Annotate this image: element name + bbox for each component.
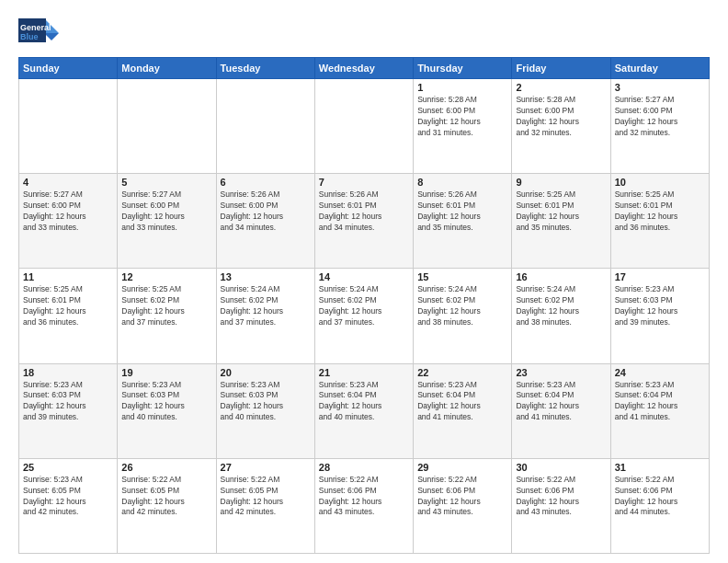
day-info: Sunrise: 5:23 AM Sunset: 6:03 PM Dayligh…	[121, 380, 211, 424]
day-info: Sunrise: 5:25 AM Sunset: 6:01 PM Dayligh…	[23, 284, 113, 328]
day-info: Sunrise: 5:23 AM Sunset: 6:05 PM Dayligh…	[23, 475, 113, 519]
calendar-cell: 21Sunrise: 5:23 AM Sunset: 6:04 PM Dayli…	[314, 363, 413, 458]
calendar-cell: 2Sunrise: 5:28 AM Sunset: 6:00 PM Daylig…	[512, 79, 610, 174]
day-info: Sunrise: 5:24 AM Sunset: 6:02 PM Dayligh…	[221, 284, 311, 328]
calendar-header-saturday: Saturday	[610, 58, 709, 79]
calendar-cell: 15Sunrise: 5:24 AM Sunset: 6:02 PM Dayli…	[414, 269, 512, 363]
calendar-cell: 19Sunrise: 5:23 AM Sunset: 6:03 PM Dayli…	[118, 363, 216, 458]
calendar-cell: 28Sunrise: 5:22 AM Sunset: 6:06 PM Dayli…	[314, 458, 413, 553]
day-info: Sunrise: 5:23 AM Sunset: 6:04 PM Dayligh…	[615, 380, 705, 424]
calendar-week-3: 18Sunrise: 5:23 AM Sunset: 6:03 PM Dayli…	[19, 363, 710, 458]
calendar-cell: 31Sunrise: 5:22 AM Sunset: 6:06 PM Dayli…	[610, 458, 709, 553]
day-number: 18	[23, 367, 113, 378]
calendar-cell: 18Sunrise: 5:23 AM Sunset: 6:03 PM Dayli…	[19, 363, 118, 458]
day-number: 11	[23, 271, 113, 282]
calendar-week-2: 11Sunrise: 5:25 AM Sunset: 6:01 PM Dayli…	[19, 269, 710, 363]
header: GeneralBlue	[18, 15, 710, 52]
day-number: 28	[319, 462, 409, 473]
day-number: 27	[221, 462, 311, 473]
day-number: 5	[121, 177, 211, 188]
calendar-cell: 8Sunrise: 5:26 AM Sunset: 6:01 PM Daylig…	[414, 174, 512, 269]
calendar-cell: 10Sunrise: 5:25 AM Sunset: 6:01 PM Dayli…	[610, 174, 709, 269]
calendar-cell: 22Sunrise: 5:23 AM Sunset: 6:04 PM Dayli…	[414, 363, 512, 458]
calendar-cell: 12Sunrise: 5:25 AM Sunset: 6:02 PM Dayli…	[118, 269, 216, 363]
calendar-header-monday: Monday	[118, 58, 216, 79]
day-number: 30	[516, 462, 606, 473]
calendar-cell: 11Sunrise: 5:25 AM Sunset: 6:01 PM Dayli…	[19, 269, 118, 363]
calendar-cell: 25Sunrise: 5:23 AM Sunset: 6:05 PM Dayli…	[19, 458, 118, 553]
calendar-header-thursday: Thursday	[414, 58, 512, 79]
day-info: Sunrise: 5:24 AM Sunset: 6:02 PM Dayligh…	[516, 284, 606, 328]
calendar-week-4: 25Sunrise: 5:23 AM Sunset: 6:05 PM Dayli…	[19, 458, 710, 553]
day-number: 31	[615, 462, 705, 473]
day-number: 20	[221, 367, 311, 378]
svg-marker-1	[44, 33, 59, 40]
calendar-cell: 17Sunrise: 5:23 AM Sunset: 6:03 PM Dayli…	[610, 269, 709, 363]
day-info: Sunrise: 5:23 AM Sunset: 6:03 PM Dayligh…	[23, 380, 113, 424]
calendar-cell: 16Sunrise: 5:24 AM Sunset: 6:02 PM Dayli…	[512, 269, 610, 363]
day-number: 9	[516, 177, 606, 188]
calendar-cell: 5Sunrise: 5:27 AM Sunset: 6:00 PM Daylig…	[118, 174, 216, 269]
day-info: Sunrise: 5:28 AM Sunset: 6:00 PM Dayligh…	[516, 95, 606, 139]
calendar-header-tuesday: Tuesday	[216, 58, 314, 79]
day-number: 21	[319, 367, 409, 378]
logo: GeneralBlue	[18, 15, 64, 52]
day-info: Sunrise: 5:27 AM Sunset: 6:00 PM Dayligh…	[23, 190, 113, 234]
calendar-cell: 3Sunrise: 5:27 AM Sunset: 6:00 PM Daylig…	[610, 79, 709, 174]
day-number: 17	[615, 271, 705, 282]
day-number: 12	[121, 271, 211, 282]
calendar-cell: 7Sunrise: 5:26 AM Sunset: 6:01 PM Daylig…	[314, 174, 413, 269]
day-number: 6	[221, 177, 311, 188]
calendar-week-1: 4Sunrise: 5:27 AM Sunset: 6:00 PM Daylig…	[19, 174, 710, 269]
calendar-cell	[118, 79, 216, 174]
day-number: 1	[417, 82, 507, 93]
calendar-cell: 23Sunrise: 5:23 AM Sunset: 6:04 PM Dayli…	[512, 363, 610, 458]
day-number: 8	[417, 177, 507, 188]
calendar-cell: 14Sunrise: 5:24 AM Sunset: 6:02 PM Dayli…	[314, 269, 413, 363]
calendar-cell: 9Sunrise: 5:25 AM Sunset: 6:01 PM Daylig…	[512, 174, 610, 269]
day-info: Sunrise: 5:26 AM Sunset: 6:01 PM Dayligh…	[319, 190, 409, 234]
day-number: 26	[121, 462, 211, 473]
calendar-table: SundayMondayTuesdayWednesdayThursdayFrid…	[18, 57, 710, 554]
day-info: Sunrise: 5:22 AM Sunset: 6:06 PM Dayligh…	[417, 475, 507, 519]
calendar-header-sunday: Sunday	[19, 58, 118, 79]
day-info: Sunrise: 5:28 AM Sunset: 6:00 PM Dayligh…	[417, 95, 507, 139]
logo-svg: GeneralBlue	[18, 15, 64, 52]
calendar-cell: 26Sunrise: 5:22 AM Sunset: 6:05 PM Dayli…	[118, 458, 216, 553]
day-info: Sunrise: 5:24 AM Sunset: 6:02 PM Dayligh…	[417, 284, 507, 328]
calendar-cell: 4Sunrise: 5:27 AM Sunset: 6:00 PM Daylig…	[19, 174, 118, 269]
svg-text:Blue: Blue	[20, 32, 39, 41]
day-number: 16	[516, 271, 606, 282]
day-number: 24	[615, 367, 705, 378]
day-info: Sunrise: 5:27 AM Sunset: 6:00 PM Dayligh…	[121, 190, 211, 234]
day-info: Sunrise: 5:22 AM Sunset: 6:06 PM Dayligh…	[319, 475, 409, 519]
svg-text:General: General	[20, 23, 51, 32]
calendar-week-0: 1Sunrise: 5:28 AM Sunset: 6:00 PM Daylig…	[19, 79, 710, 174]
calendar-cell: 13Sunrise: 5:24 AM Sunset: 6:02 PM Dayli…	[216, 269, 314, 363]
calendar-cell: 30Sunrise: 5:22 AM Sunset: 6:06 PM Dayli…	[512, 458, 610, 553]
calendar-header-friday: Friday	[512, 58, 610, 79]
day-number: 4	[23, 177, 113, 188]
day-number: 3	[615, 82, 705, 93]
day-number: 15	[417, 271, 507, 282]
day-number: 22	[417, 367, 507, 378]
day-info: Sunrise: 5:23 AM Sunset: 6:03 PM Dayligh…	[615, 284, 705, 328]
day-number: 10	[615, 177, 705, 188]
day-info: Sunrise: 5:23 AM Sunset: 6:04 PM Dayligh…	[516, 380, 606, 424]
day-number: 2	[516, 82, 606, 93]
calendar-cell	[216, 79, 314, 174]
day-info: Sunrise: 5:23 AM Sunset: 6:04 PM Dayligh…	[319, 380, 409, 424]
day-info: Sunrise: 5:25 AM Sunset: 6:01 PM Dayligh…	[615, 190, 705, 234]
day-number: 13	[221, 271, 311, 282]
day-info: Sunrise: 5:22 AM Sunset: 6:06 PM Dayligh…	[516, 475, 606, 519]
calendar-cell: 29Sunrise: 5:22 AM Sunset: 6:06 PM Dayli…	[414, 458, 512, 553]
day-number: 23	[516, 367, 606, 378]
calendar-cell: 24Sunrise: 5:23 AM Sunset: 6:04 PM Dayli…	[610, 363, 709, 458]
calendar-cell: 1Sunrise: 5:28 AM Sunset: 6:00 PM Daylig…	[414, 79, 512, 174]
calendar-cell: 20Sunrise: 5:23 AM Sunset: 6:03 PM Dayli…	[216, 363, 314, 458]
calendar-cell	[19, 79, 118, 174]
day-info: Sunrise: 5:25 AM Sunset: 6:01 PM Dayligh…	[516, 190, 606, 234]
calendar-cell: 27Sunrise: 5:22 AM Sunset: 6:05 PM Dayli…	[216, 458, 314, 553]
day-number: 29	[417, 462, 507, 473]
page: GeneralBlue SundayMondayTuesdayWednesday…	[0, 0, 728, 563]
